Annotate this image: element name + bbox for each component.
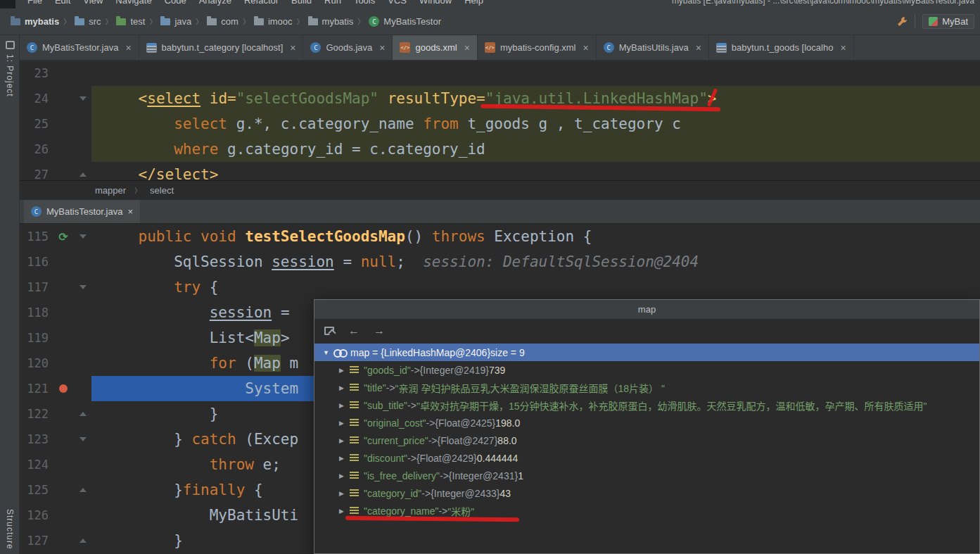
variable-row[interactable]: ▶"discount" -> {Float@2429} 0.444444 xyxy=(314,449,979,467)
code-text[interactable]: try { xyxy=(91,275,980,300)
code-line[interactable]: 26 where g.category_id = c.category_id xyxy=(20,137,980,162)
code-text[interactable]: select g.*, c.category_name from t_goods… xyxy=(91,111,980,137)
editor-tab[interactable]: CMyBatisTestor.java× xyxy=(20,35,139,60)
fold-icon[interactable] xyxy=(79,234,87,239)
code-line[interactable]: 23 xyxy=(20,61,980,86)
close-icon[interactable]: × xyxy=(290,42,295,53)
menu-item[interactable]: File xyxy=(21,0,49,6)
menu-item[interactable]: View xyxy=(77,0,109,6)
expand-arrow-icon[interactable]: ▶ xyxy=(336,367,347,374)
menu-item[interactable]: Edit xyxy=(49,0,77,6)
expand-arrow-icon[interactable]: ▶ xyxy=(336,437,347,444)
close-icon[interactable]: × xyxy=(696,42,701,53)
code-text[interactable]: SqlSession session = null; session: Defa… xyxy=(91,249,980,275)
expand-arrow-icon[interactable]: ▶ xyxy=(336,420,347,427)
breadcrumb-item[interactable]: mapper xyxy=(93,184,128,196)
code-text[interactable]: where g.category_id = c.category_id xyxy=(91,137,980,162)
variable-row[interactable]: ▶"current_price" -> {Float@2427} 88.0 xyxy=(314,432,979,449)
menu-item[interactable]: Navigate xyxy=(109,0,158,6)
variable-row[interactable]: ▶"is_free_delivery" -> {Integer@2431} 1 xyxy=(314,467,979,484)
fold-icon[interactable] xyxy=(79,172,87,177)
menu-item[interactable]: Run xyxy=(318,0,348,6)
forward-arrow-icon[interactable]: → xyxy=(374,325,385,336)
menu-item[interactable]: Analyze xyxy=(193,0,238,6)
fold-icon[interactable] xyxy=(79,96,87,101)
expand-arrow-icon[interactable]: ▶ xyxy=(336,402,347,409)
editor-tab[interactable]: babytun.t_goods [localho× xyxy=(709,35,854,60)
code-line[interactable]: 27 </select> xyxy=(20,162,980,180)
editor-tab[interactable]: CGoods.java× xyxy=(303,35,393,60)
code-line[interactable]: 24 <select id="selectGoodsMap" resultTyp… xyxy=(20,86,980,111)
close-icon[interactable]: × xyxy=(127,206,133,217)
code-text[interactable]: </select> xyxy=(91,162,980,180)
breadcrumb-item[interactable]: imooc xyxy=(250,14,296,29)
variable-row[interactable]: ▼map = {LinkedHashMap@2406} size = 9 xyxy=(314,344,979,361)
variable-row[interactable]: ▶"original_cost" -> {Float@2425} 198.0 xyxy=(314,414,979,432)
breadcrumb-item[interactable]: mybatis xyxy=(305,14,357,29)
code-line[interactable]: 25 select g.*, c.category_name from t_go… xyxy=(20,111,980,137)
breadcrumb-item[interactable]: test xyxy=(113,14,148,29)
debug-popup[interactable]: map ← → ▼map = {LinkedHashMap@2406} size… xyxy=(314,299,980,554)
code-text[interactable]: <select id="selectGoodsMap" resultType="… xyxy=(91,86,980,111)
variable-row[interactable]: ▶"sub_title" -> "卓效对抗孕期干燥，15分钟快速补水，补充胶原蛋… xyxy=(314,396,979,414)
menu-item[interactable]: VCS xyxy=(381,0,413,6)
variable-text: {Integer@2433} xyxy=(431,488,499,499)
editor-tab[interactable]: CMyBatisUtils.java× xyxy=(597,35,709,60)
code-text[interactable] xyxy=(91,61,980,86)
breadcrumb-item[interactable]: com xyxy=(203,14,242,29)
close-icon[interactable]: × xyxy=(379,42,385,53)
editor-tab[interactable]: </>goods.xml× xyxy=(393,35,477,60)
editor-tab[interactable]: </>mybatis-config.xml× xyxy=(478,35,597,60)
code-text[interactable]: public void testSelectGoodsMap() throws … xyxy=(91,224,980,249)
menu-item[interactable]: Window xyxy=(413,0,458,6)
tool-button-structure[interactable]: Structure xyxy=(5,509,15,550)
code-line[interactable]: 117 try { xyxy=(20,275,980,300)
tool-button-project[interactable]: 1: Project xyxy=(5,54,15,97)
expand-arrow-icon[interactable]: ▶ xyxy=(336,384,347,391)
code-segment: List< xyxy=(103,329,254,346)
expand-arrow-icon[interactable]: ▶ xyxy=(336,472,347,479)
breadcrumb-item[interactable]: CMyBatisTestor xyxy=(365,14,445,29)
menu-item[interactable]: Code xyxy=(158,0,193,6)
menu-item[interactable]: Tools xyxy=(348,0,381,6)
open-in-variables-icon[interactable] xyxy=(324,327,334,335)
expand-arrow-icon[interactable]: ▶ xyxy=(336,508,347,515)
fold-icon[interactable] xyxy=(79,539,87,543)
expand-arrow-icon[interactable]: ▼ xyxy=(321,349,331,356)
breadcrumb-item[interactable]: select xyxy=(148,184,176,196)
menu-item[interactable]: Build xyxy=(285,0,318,6)
expand-arrow-icon[interactable]: ▶ xyxy=(336,455,347,462)
variable-row[interactable]: ▶"goods_id" -> {Integer@2419} 739 xyxy=(314,361,979,379)
fold-icon[interactable] xyxy=(79,412,87,416)
wrench-icon[interactable] xyxy=(896,16,908,27)
editor-tab[interactable]: C MyBatisTestor.java × xyxy=(24,200,140,223)
xml-editor[interactable]: 2324 <select id="selectGoodsMap" resultT… xyxy=(20,61,980,180)
editor-tab[interactable]: babytun.t_category [localhost]× xyxy=(139,35,304,60)
fold-icon[interactable] xyxy=(79,437,87,441)
breadcrumb-item[interactable]: mybatis xyxy=(7,14,63,29)
fold-icon[interactable] xyxy=(79,488,87,492)
fold-icon[interactable] xyxy=(79,285,87,289)
breadcrumb-item[interactable]: src xyxy=(71,14,104,29)
code-segment: session xyxy=(272,253,334,270)
menu-item[interactable]: Help xyxy=(458,0,490,6)
expand-arrow-icon[interactable]: ▶ xyxy=(336,490,347,497)
back-arrow-icon[interactable]: ← xyxy=(348,325,359,336)
variable-row[interactable]: ▶"title" -> "亲润 孕妇护肤品豆乳大米盈润保湿胶原蚕丝面膜（18片装… xyxy=(314,379,979,396)
close-icon[interactable]: × xyxy=(464,42,470,53)
close-icon[interactable]: × xyxy=(840,42,846,53)
breadcrumb-item[interactable]: java xyxy=(157,14,195,29)
breakpoint-icon[interactable] xyxy=(59,384,68,393)
run-configuration-select[interactable]: MyBat xyxy=(922,14,974,29)
code-line[interactable]: 115⟳ public void testSelectGoodsMap() th… xyxy=(20,224,980,249)
close-icon[interactable]: × xyxy=(583,42,589,53)
variable-row[interactable]: ▶"category_name" -> "米粉" xyxy=(314,502,979,520)
menu-item[interactable]: Refactor xyxy=(238,0,285,6)
code-line[interactable]: 116 SqlSession session = null; session: … xyxy=(20,249,980,275)
run-test-icon[interactable]: ⟳ xyxy=(58,230,68,244)
variable-row[interactable]: ▶"category_id" -> {Integer@2433} 43 xyxy=(314,484,979,502)
map-entry-icon xyxy=(350,366,359,374)
code-segment: from xyxy=(423,115,459,132)
map-entry-icon xyxy=(350,507,359,515)
close-icon[interactable]: × xyxy=(125,42,131,53)
